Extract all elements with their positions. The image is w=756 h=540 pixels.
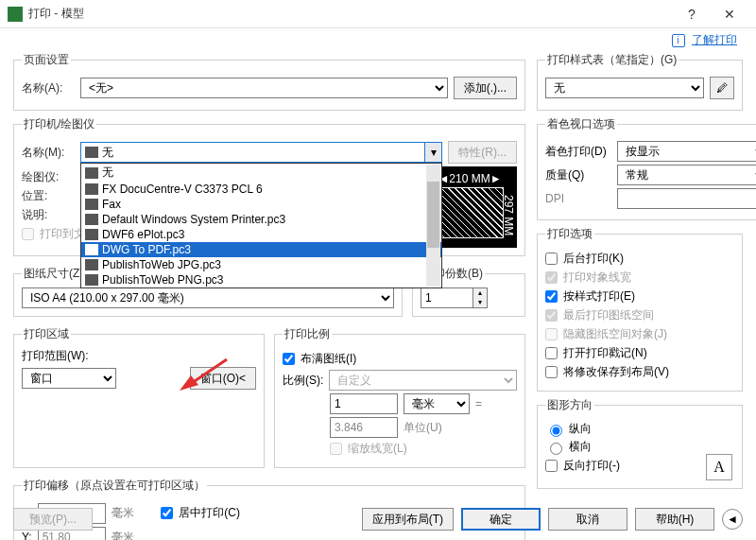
- plot-area-legend: 打印区域: [22, 326, 71, 342]
- offset-y-label: Y:: [22, 531, 32, 540]
- dropdown-arrow-icon[interactable]: ▾: [424, 143, 441, 162]
- printer-option[interactable]: PublishToWeb PNG.pc3: [81, 272, 441, 287]
- scale-value1-input[interactable]: [330, 393, 398, 414]
- orientation-legend: 图形方向: [545, 397, 594, 413]
- pagesetup-add-button[interactable]: 添加(.)...: [454, 77, 517, 99]
- printer-option[interactable]: Fax: [81, 197, 441, 212]
- shade-plot-label: 着色打印(D): [545, 144, 611, 160]
- plot-style-edit-button[interactable]: 🖉: [710, 77, 734, 99]
- plot-with-styles-checkbox[interactable]: [545, 290, 558, 303]
- plot-style-legend: 打印样式表（笔指定）(G): [545, 52, 679, 68]
- app-icon: [8, 7, 23, 22]
- plot-scale-group: 打印比例 布满图纸(I) 比例(S): 自定义 毫米 = 单位(U) 缩放线宽(…: [274, 326, 525, 468]
- printer-dropdown: 无 FX DocuCentre-V C3373 PCL 6 Fax Defaul…: [80, 163, 442, 288]
- scale-value2-input: [330, 417, 398, 438]
- printer-icon: [85, 244, 98, 255]
- scale-unit-select[interactable]: 毫米: [404, 393, 470, 414]
- quality-select[interactable]: 常规: [617, 165, 756, 185]
- info-icon: i: [672, 34, 685, 47]
- close-button[interactable]: ✕: [711, 7, 748, 22]
- pagesetup-name-label: 名称(A):: [22, 80, 75, 96]
- pagesetup-name-select[interactable]: <无>: [80, 78, 448, 98]
- dpi-input: [617, 188, 756, 209]
- hide-paperspace-checkbox: [545, 328, 558, 340]
- plot-range-select[interactable]: 窗口: [22, 368, 116, 389]
- printer-legend: 打印机/绘图仪: [22, 116, 96, 132]
- printer-icon: [85, 274, 98, 286]
- where-label: 位置:: [22, 188, 75, 204]
- window-title: 打印 - 模型: [28, 6, 673, 22]
- printer-name-select[interactable]: 无 ▾: [80, 142, 442, 163]
- print-to-file-checkbox: [22, 228, 34, 240]
- plot-style-group: 打印样式表（笔指定）(G) 无 🖉: [537, 52, 743, 111]
- copies-spinner[interactable]: ▴▾: [473, 287, 488, 308]
- plot-range-label: 打印范围(W):: [22, 348, 256, 364]
- printer-name-label: 名称(M):: [22, 145, 75, 161]
- quality-label: 质量(Q): [545, 167, 611, 183]
- preview-button[interactable]: 预览(P)...: [13, 508, 93, 531]
- paper-size-legend: 图纸尺寸(Z): [22, 266, 85, 282]
- plot-paperspace-last-checkbox: [545, 309, 558, 322]
- printer-icon: [85, 167, 98, 179]
- printer-option[interactable]: DWF6 ePlot.pc3: [81, 227, 441, 242]
- printer-option-selected[interactable]: DWG To PDF.pc3: [81, 242, 441, 257]
- dropdown-scrollbar[interactable]: [426, 165, 440, 287]
- printer-group: 打印机/绘图仪 名称(M): 无 ▾ 无 FX DocuCentre-V C33…: [13, 116, 525, 256]
- portrait-radio[interactable]: [550, 425, 562, 437]
- printer-properties-button[interactable]: 特性(R)...: [448, 141, 517, 164]
- scale-ratio-label: 比例(S):: [283, 373, 323, 389]
- titlebar: 打印 - 模型 ? ✕: [0, 0, 756, 28]
- help-button[interactable]: ?: [673, 7, 711, 22]
- shade-plot-select[interactable]: 按显示: [617, 141, 756, 162]
- viewport-options-group: 着色视口选项 着色打印(D) 按显示 质量(Q) 常规 DPI: [537, 116, 756, 220]
- paper-size-select[interactable]: ISO A4 (210.00 x 297.00 毫米): [22, 287, 394, 308]
- printer-option[interactable]: PublishToWeb JPG.pc3: [81, 257, 441, 272]
- printer-icon: [85, 229, 98, 240]
- plot-area-group: 打印区域 打印范围(W): 窗口 窗口(O)<: [13, 326, 265, 468]
- orientation-group: 图形方向 纵向 横向 反向打印(-) A: [537, 397, 743, 489]
- plot-offset-legend: 打印偏移（原点设置在可打印区域）: [22, 478, 207, 494]
- viewport-legend: 着色视口选项: [545, 116, 617, 132]
- scale-lineweight-checkbox: [330, 443, 342, 455]
- apply-to-layout-button[interactable]: 应用到布局(T): [362, 508, 454, 531]
- help-button[interactable]: 帮助(H): [635, 508, 714, 531]
- scale-ratio-select: 自定义: [329, 370, 517, 391]
- plot-style-select[interactable]: 无: [545, 78, 704, 98]
- plot-options-group: 打印选项 后台打印(K) 打印对象线宽 按样式打印(E) 最后打印图纸空间 隐藏…: [537, 226, 743, 392]
- printer-icon: [85, 214, 98, 225]
- printer-icon: [85, 259, 98, 270]
- printer-icon: [85, 199, 98, 210]
- expand-button[interactable]: ◄: [722, 509, 743, 530]
- printer-option[interactable]: FX DocuCentre-V C3373 PCL 6: [81, 182, 441, 197]
- upside-down-checkbox[interactable]: [545, 460, 558, 472]
- plot-lineweights-checkbox: [545, 271, 558, 284]
- background-plot-checkbox[interactable]: [545, 253, 558, 265]
- printer-option[interactable]: Default Windows System Printer.pc3: [81, 212, 441, 227]
- ok-button[interactable]: 确定: [461, 508, 541, 531]
- learn-print-link[interactable]: 了解打印: [692, 33, 737, 46]
- landscape-radio[interactable]: [550, 443, 562, 455]
- printer-option[interactable]: 无: [81, 164, 441, 182]
- window-select-button[interactable]: 窗口(O)<: [190, 367, 256, 390]
- save-layout-checkbox[interactable]: [545, 366, 558, 378]
- desc-label: 说明:: [22, 207, 75, 223]
- page-setup-legend: 页面设置: [22, 52, 71, 68]
- plot-scale-legend: 打印比例: [283, 326, 332, 342]
- plot-stamp-checkbox[interactable]: [545, 347, 558, 359]
- printer-icon: [85, 183, 98, 195]
- page-setup-group: 页面设置 名称(A): <无> 添加(.)...: [13, 52, 525, 111]
- dpi-label: DPI: [545, 192, 611, 205]
- fit-to-paper-checkbox[interactable]: [283, 353, 295, 365]
- orientation-icon: A: [706, 454, 732, 480]
- plotter-label: 绘图仪:: [22, 169, 75, 185]
- printer-icon: [85, 147, 98, 158]
- plot-options-legend: 打印选项: [545, 226, 594, 242]
- scale-unit2-label: 单位(U): [404, 420, 442, 436]
- cancel-button[interactable]: 取消: [548, 508, 627, 531]
- copies-input[interactable]: [421, 287, 473, 308]
